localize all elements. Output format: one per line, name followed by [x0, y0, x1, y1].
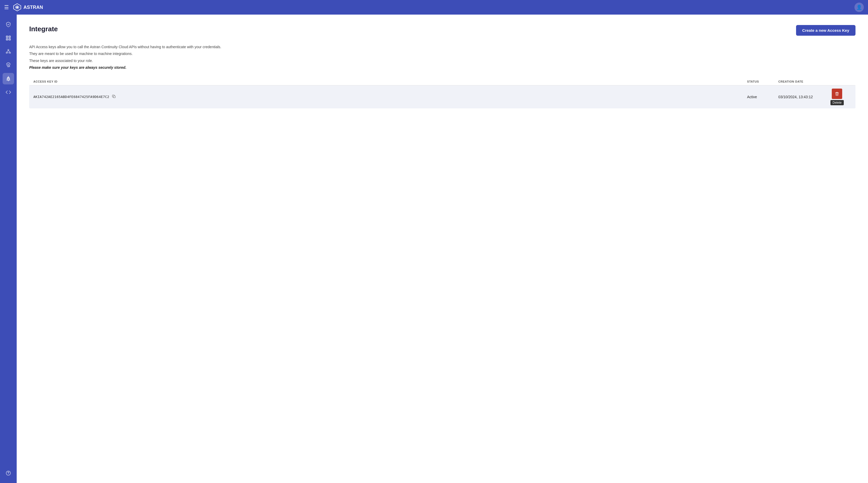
delete-tooltip: Delete: [831, 100, 844, 105]
create-access-key-button[interactable]: Create a new Access Key: [796, 25, 856, 36]
description-warning: Please make sure your keys are always se…: [29, 65, 856, 70]
sidebar-item-shield[interactable]: [3, 19, 14, 30]
svg-point-9: [9, 52, 11, 54]
grid-icon: [5, 35, 11, 41]
sidebar-item-fingerprint[interactable]: [3, 59, 14, 71]
astran-logo-icon: [13, 3, 21, 11]
column-header-creation-date: CREATION DATE: [778, 80, 831, 83]
page-header: Integrate Create a new Access Key: [29, 25, 856, 36]
svg-point-8: [6, 52, 7, 54]
svg-line-10: [7, 51, 8, 52]
svg-point-14: [8, 474, 8, 474]
code-icon: [5, 89, 11, 95]
logo-area: ASTRAN: [13, 3, 43, 11]
topology-icon: [5, 49, 11, 55]
sidebar-item-help[interactable]: [3, 468, 14, 479]
hamburger-icon[interactable]: ☰: [4, 5, 9, 10]
sidebar-item-dashboard[interactable]: [3, 32, 14, 44]
access-key-value: AKIA742AE2165ABD4FE6847425FA9D64E7C2: [33, 95, 109, 99]
cell-actions: Delete: [831, 89, 851, 105]
creation-date-value: 03/10/2024, 13:43:12: [778, 95, 813, 99]
page-description: API Access keys allow you to call the As…: [29, 44, 856, 71]
svg-rect-5: [6, 38, 8, 40]
user-avatar[interactable]: 👤: [855, 3, 864, 12]
cell-key-id: AKIA742AE2165ABD4FE6847425FA9D64E7C2: [33, 94, 747, 99]
delete-button[interactable]: [832, 89, 842, 99]
cell-status: Active: [747, 95, 778, 99]
svg-line-11: [8, 51, 10, 52]
user-icon: 👤: [856, 4, 862, 10]
svg-rect-4: [9, 36, 10, 37]
svg-point-2: [17, 6, 18, 8]
integrations-icon: [5, 76, 11, 82]
sidebar-item-topology[interactable]: [3, 46, 14, 57]
description-line-2: They are meant to be used for machine to…: [29, 51, 856, 57]
svg-point-7: [8, 49, 9, 51]
table-header: ACCESS KEY ID STATUS CREATION DATE: [29, 78, 856, 86]
page-title: Integrate: [29, 25, 58, 33]
svg-rect-6: [9, 38, 10, 40]
sidebar-item-integrations[interactable]: [3, 73, 14, 85]
status-badge: Active: [747, 95, 757, 99]
navbar-left: ☰ ASTRAN: [4, 3, 43, 11]
delete-btn-area: Delete: [831, 89, 844, 105]
navbar: ☰ ASTRAN 👤: [0, 0, 868, 14]
description-line-3: These keys are associated to your role.: [29, 58, 856, 64]
cell-creation-date: 03/10/2024, 13:43:12: [778, 95, 831, 99]
column-header-status: STATUS: [747, 80, 778, 83]
table-row: AKIA742AE2165ABD4FE6847425FA9D64E7C2 Act…: [29, 86, 856, 108]
svg-rect-15: [114, 96, 115, 98]
help-icon: [5, 470, 11, 476]
sidebar-item-code[interactable]: [3, 87, 14, 98]
description-line-1: API Access keys allow you to call the As…: [29, 44, 856, 50]
trash-icon: [835, 92, 839, 96]
shield-icon: [5, 22, 11, 27]
svg-rect-3: [6, 36, 8, 37]
content-area: Integrate Create a new Access Key API Ac…: [17, 14, 868, 483]
column-header-actions: [831, 80, 851, 83]
fingerprint-icon: [5, 62, 11, 68]
main-layout: Integrate Create a new Access Key API Ac…: [0, 14, 868, 483]
sidebar: [0, 14, 17, 483]
access-keys-table: ACCESS KEY ID STATUS CREATION DATE AKIA7…: [29, 78, 856, 108]
column-header-access-key-id: ACCESS KEY ID: [33, 80, 747, 83]
app-name: ASTRAN: [24, 5, 43, 10]
copy-icon[interactable]: [112, 94, 116, 99]
